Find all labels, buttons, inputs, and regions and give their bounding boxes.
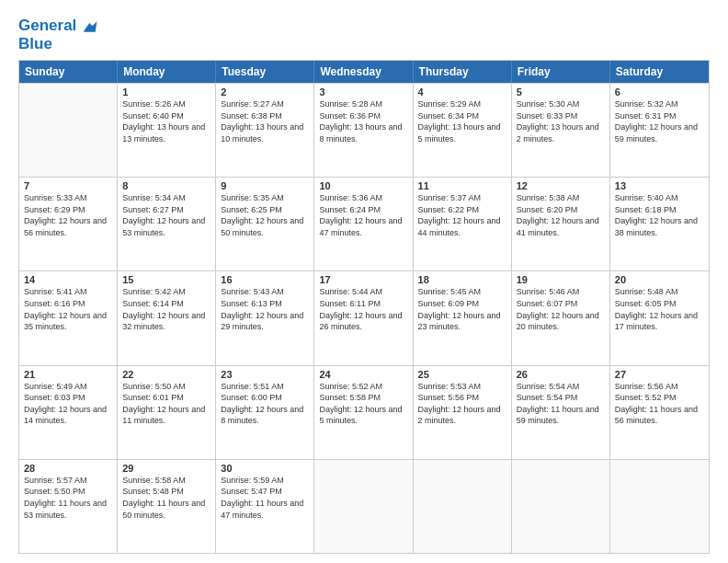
day-info: Sunrise: 5:51 AMSunset: 6:00 PMDaylight:… xyxy=(221,381,309,427)
day-info: Sunrise: 5:46 AMSunset: 6:07 PMDaylight:… xyxy=(517,286,605,332)
weekday-header-monday: Monday xyxy=(118,61,216,83)
day-info: Sunrise: 5:27 AMSunset: 6:38 PMDaylight:… xyxy=(221,98,309,144)
day-number: 24 xyxy=(319,369,407,380)
day-cell-13: 13Sunrise: 5:40 AMSunset: 6:18 PMDayligh… xyxy=(610,178,709,270)
day-info: Sunrise: 5:45 AMSunset: 6:09 PMDaylight:… xyxy=(418,286,506,332)
day-info: Sunrise: 5:54 AMSunset: 5:54 PMDaylight:… xyxy=(517,381,605,427)
day-info: Sunrise: 5:56 AMSunset: 5:52 PMDaylight:… xyxy=(615,381,704,427)
day-cell-29: 29Sunrise: 5:58 AMSunset: 5:48 PMDayligh… xyxy=(118,460,216,553)
day-info: Sunrise: 5:48 AMSunset: 6:05 PMDaylight:… xyxy=(615,286,704,332)
day-number: 5 xyxy=(517,86,605,98)
calendar-week-5: 28Sunrise: 5:57 AMSunset: 5:50 PMDayligh… xyxy=(19,459,709,553)
day-info: Sunrise: 5:30 AMSunset: 6:33 PMDaylight:… xyxy=(517,98,605,144)
day-number: 28 xyxy=(24,463,112,474)
weekday-header-wednesday: Wednesday xyxy=(314,61,413,83)
day-number: 16 xyxy=(221,274,309,285)
day-info: Sunrise: 5:36 AMSunset: 6:24 PMDaylight:… xyxy=(319,192,407,238)
empty-cell xyxy=(414,460,512,553)
day-number: 21 xyxy=(24,369,112,380)
day-cell-17: 17Sunrise: 5:44 AMSunset: 6:11 PMDayligh… xyxy=(314,271,413,364)
day-info: Sunrise: 5:52 AMSunset: 5:58 PMDaylight:… xyxy=(319,381,407,427)
day-cell-14: 14Sunrise: 5:41 AMSunset: 6:16 PMDayligh… xyxy=(19,271,118,364)
empty-cell xyxy=(610,460,709,553)
day-cell-19: 19Sunrise: 5:46 AMSunset: 6:07 PMDayligh… xyxy=(512,271,610,364)
day-cell-6: 6Sunrise: 5:32 AMSunset: 6:31 PMDaylight… xyxy=(610,84,709,177)
day-info: Sunrise: 5:28 AMSunset: 6:36 PMDaylight:… xyxy=(319,98,407,144)
day-cell-15: 15Sunrise: 5:42 AMSunset: 6:14 PMDayligh… xyxy=(118,271,216,364)
day-number: 29 xyxy=(122,463,210,474)
day-cell-20: 20Sunrise: 5:48 AMSunset: 6:05 PMDayligh… xyxy=(610,271,709,364)
day-number: 17 xyxy=(319,274,407,285)
day-number: 25 xyxy=(418,369,506,380)
logo-blue: Blue xyxy=(18,35,98,53)
day-number: 27 xyxy=(615,369,704,380)
day-info: Sunrise: 5:37 AMSunset: 6:22 PMDaylight:… xyxy=(418,192,506,238)
day-number: 1 xyxy=(122,86,210,98)
day-number: 12 xyxy=(517,180,605,191)
weekday-header-friday: Friday xyxy=(512,61,610,83)
calendar-week-3: 14Sunrise: 5:41 AMSunset: 6:16 PMDayligh… xyxy=(19,270,709,364)
calendar-week-2: 7Sunrise: 5:33 AMSunset: 6:29 PMDaylight… xyxy=(19,177,709,270)
day-cell-30: 30Sunrise: 5:59 AMSunset: 5:47 PMDayligh… xyxy=(216,460,314,553)
day-number: 18 xyxy=(418,274,506,285)
day-number: 22 xyxy=(122,369,210,380)
day-cell-27: 27Sunrise: 5:56 AMSunset: 5:52 PMDayligh… xyxy=(610,366,709,459)
day-info: Sunrise: 5:44 AMSunset: 6:11 PMDaylight:… xyxy=(319,286,407,332)
weekday-header-thursday: Thursday xyxy=(414,61,512,83)
calendar-header: SundayMondayTuesdayWednesdayThursdayFrid… xyxy=(19,61,709,83)
day-number: 19 xyxy=(517,274,605,285)
weekday-header-tuesday: Tuesday xyxy=(216,61,314,83)
day-info: Sunrise: 5:34 AMSunset: 6:27 PMDaylight:… xyxy=(122,192,210,238)
day-number: 6 xyxy=(615,86,704,98)
day-cell-28: 28Sunrise: 5:57 AMSunset: 5:50 PMDayligh… xyxy=(19,460,118,553)
day-number: 9 xyxy=(221,180,309,191)
day-number: 14 xyxy=(24,274,112,285)
day-cell-9: 9Sunrise: 5:35 AMSunset: 6:25 PMDaylight… xyxy=(216,178,314,270)
day-number: 8 xyxy=(122,180,210,191)
day-number: 10 xyxy=(319,180,407,191)
svg-marker-0 xyxy=(84,21,97,31)
day-info: Sunrise: 5:40 AMSunset: 6:18 PMDaylight:… xyxy=(615,192,704,238)
day-cell-2: 2Sunrise: 5:27 AMSunset: 6:38 PMDaylight… xyxy=(216,84,314,177)
day-cell-23: 23Sunrise: 5:51 AMSunset: 6:00 PMDayligh… xyxy=(216,366,314,459)
day-info: Sunrise: 5:26 AMSunset: 6:40 PMDaylight:… xyxy=(122,98,210,144)
logo-bird-icon xyxy=(82,18,98,35)
day-cell-24: 24Sunrise: 5:52 AMSunset: 5:58 PMDayligh… xyxy=(314,366,413,459)
day-cell-5: 5Sunrise: 5:30 AMSunset: 6:33 PMDaylight… xyxy=(512,84,610,177)
day-cell-25: 25Sunrise: 5:53 AMSunset: 5:56 PMDayligh… xyxy=(414,366,512,459)
day-info: Sunrise: 5:32 AMSunset: 6:31 PMDaylight:… xyxy=(615,98,704,144)
day-info: Sunrise: 5:33 AMSunset: 6:29 PMDaylight:… xyxy=(24,192,112,238)
day-info: Sunrise: 5:41 AMSunset: 6:16 PMDaylight:… xyxy=(24,286,112,332)
day-number: 15 xyxy=(122,274,210,285)
calendar-week-4: 21Sunrise: 5:49 AMSunset: 6:03 PMDayligh… xyxy=(19,365,709,459)
calendar: SundayMondayTuesdayWednesdayThursdayFrid… xyxy=(18,60,710,554)
day-cell-11: 11Sunrise: 5:37 AMSunset: 6:22 PMDayligh… xyxy=(414,178,512,270)
logo-general: General xyxy=(18,17,76,34)
day-cell-1: 1Sunrise: 5:26 AMSunset: 6:40 PMDaylight… xyxy=(118,84,216,177)
empty-cell xyxy=(19,84,118,177)
day-info: Sunrise: 5:49 AMSunset: 6:03 PMDaylight:… xyxy=(24,381,112,427)
day-number: 3 xyxy=(319,86,407,98)
day-number: 7 xyxy=(24,180,112,191)
day-cell-4: 4Sunrise: 5:29 AMSunset: 6:34 PMDaylight… xyxy=(414,84,512,177)
day-number: 11 xyxy=(418,180,506,191)
logo: General Blue xyxy=(18,17,98,52)
day-number: 23 xyxy=(221,369,309,380)
day-cell-12: 12Sunrise: 5:38 AMSunset: 6:20 PMDayligh… xyxy=(512,178,610,270)
weekday-header-sunday: Sunday xyxy=(19,61,118,83)
day-number: 20 xyxy=(615,274,704,285)
day-info: Sunrise: 5:38 AMSunset: 6:20 PMDaylight:… xyxy=(517,192,605,238)
calendar-week-1: 1Sunrise: 5:26 AMSunset: 6:40 PMDaylight… xyxy=(19,83,709,177)
day-info: Sunrise: 5:59 AMSunset: 5:47 PMDaylight:… xyxy=(221,475,309,521)
day-number: 2 xyxy=(221,86,309,98)
day-cell-3: 3Sunrise: 5:28 AMSunset: 6:36 PMDaylight… xyxy=(314,84,413,177)
day-info: Sunrise: 5:57 AMSunset: 5:50 PMDaylight:… xyxy=(24,475,112,521)
day-info: Sunrise: 5:53 AMSunset: 5:56 PMDaylight:… xyxy=(418,381,506,427)
calendar-body: 1Sunrise: 5:26 AMSunset: 6:40 PMDaylight… xyxy=(19,83,709,553)
day-cell-10: 10Sunrise: 5:36 AMSunset: 6:24 PMDayligh… xyxy=(314,178,413,270)
day-cell-7: 7Sunrise: 5:33 AMSunset: 6:29 PMDaylight… xyxy=(19,178,118,270)
day-number: 4 xyxy=(418,86,506,98)
weekday-header-saturday: Saturday xyxy=(610,61,709,83)
day-number: 30 xyxy=(221,463,309,474)
empty-cell xyxy=(512,460,610,553)
